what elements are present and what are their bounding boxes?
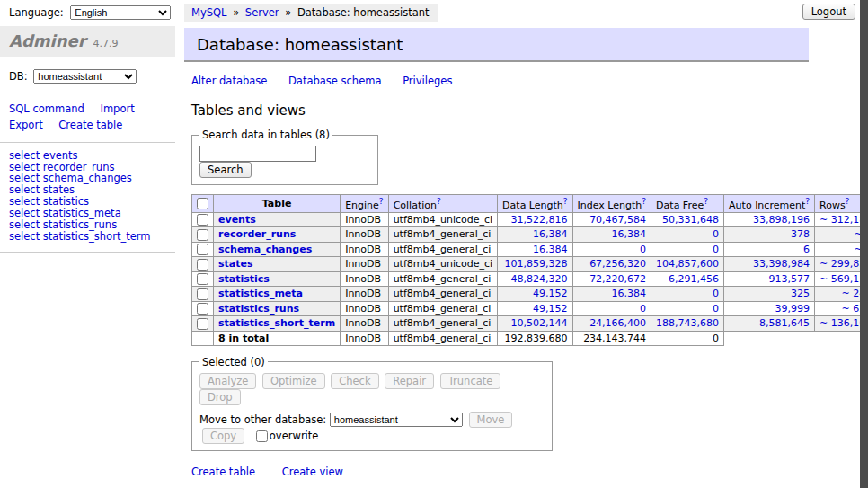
table-name-link[interactable]: statistics_short_term bbox=[218, 317, 335, 329]
data-free-link[interactable]: 0 bbox=[713, 244, 719, 255]
auto-increment-link[interactable]: 6 bbox=[803, 244, 810, 255]
table-name-link[interactable]: statistics bbox=[218, 273, 270, 285]
index-length-link[interactable]: 0 bbox=[640, 244, 646, 255]
select-link[interactable]: select bbox=[9, 161, 40, 173]
import-link[interactable]: Import bbox=[100, 102, 134, 115]
row-checkbox[interactable] bbox=[197, 273, 208, 285]
table-link[interactable]: schema_changes bbox=[43, 172, 132, 184]
create-table-link[interactable]: Create table bbox=[191, 466, 255, 478]
select-link[interactable]: select bbox=[9, 149, 40, 162]
data-length-link[interactable]: 49,152 bbox=[533, 288, 568, 299]
data-free-link[interactable]: 6,291,456 bbox=[669, 273, 719, 285]
data-free-link[interactable]: 0 bbox=[713, 303, 719, 315]
help-link-icon[interactable]: ? bbox=[437, 197, 441, 206]
table-name-link[interactable]: states bbox=[218, 258, 253, 270]
auto-increment-link[interactable]: 33,898,196 bbox=[753, 214, 810, 226]
auto-increment-link[interactable]: 913,577 bbox=[769, 273, 810, 285]
breadcrumb-server-link[interactable]: Server bbox=[245, 6, 279, 19]
row-checkbox[interactable] bbox=[197, 229, 208, 241]
db-select[interactable]: homeassistant bbox=[33, 69, 137, 84]
table-link[interactable]: statistics_short_term bbox=[43, 230, 151, 243]
select-link[interactable]: select bbox=[9, 183, 40, 196]
row-checkbox[interactable] bbox=[197, 259, 208, 271]
export-link[interactable]: Export bbox=[9, 119, 43, 131]
table-name-link[interactable]: statistics_meta bbox=[218, 288, 303, 299]
help-link-icon[interactable]: ? bbox=[805, 197, 810, 206]
repair-button[interactable]: Repair bbox=[385, 373, 434, 389]
select-link[interactable]: select bbox=[9, 172, 40, 184]
search-input[interactable] bbox=[199, 146, 316, 162]
index-length-link[interactable]: 16,384 bbox=[612, 288, 647, 299]
help-link-icon[interactable]: ? bbox=[563, 197, 568, 206]
table-name-link[interactable]: schema_changes bbox=[218, 244, 312, 255]
sql-command-link[interactable]: SQL command bbox=[9, 102, 84, 115]
select-all-checkbox[interactable] bbox=[197, 198, 208, 209]
auto-increment-link[interactable]: 325 bbox=[791, 288, 810, 299]
analyze-button[interactable]: Analyze bbox=[199, 373, 256, 389]
index-length-link[interactable]: 72,220,672 bbox=[589, 273, 646, 285]
table-link[interactable]: recorder_runs bbox=[43, 161, 115, 173]
auto-increment-link[interactable]: 378 bbox=[791, 228, 810, 240]
data-free-link[interactable]: 104,857,600 bbox=[656, 258, 719, 270]
table-link[interactable]: statistics_meta bbox=[43, 207, 121, 219]
data-length-link[interactable]: 48,824,320 bbox=[511, 273, 568, 285]
table-link[interactable]: statistics bbox=[43, 195, 89, 208]
auto-increment-link[interactable]: 8,581,645 bbox=[759, 317, 810, 329]
help-link-icon[interactable]: ? bbox=[704, 197, 708, 206]
index-length-link[interactable]: 70,467,584 bbox=[589, 214, 646, 226]
optimize-button[interactable]: Optimize bbox=[262, 373, 325, 389]
create-view-link[interactable]: Create view bbox=[282, 466, 343, 478]
check-button[interactable]: Check bbox=[331, 373, 378, 389]
table-name-link[interactable]: events bbox=[218, 214, 256, 226]
move-button[interactable]: Move bbox=[469, 412, 513, 428]
move-database-select[interactable]: homeassistant bbox=[330, 413, 463, 427]
copy-button[interactable]: Copy bbox=[202, 428, 244, 444]
select-link[interactable]: select bbox=[9, 230, 40, 243]
data-length-link[interactable]: 10,502,144 bbox=[511, 317, 568, 329]
vertical-scrollbar[interactable] bbox=[860, 0, 868, 488]
logout-button[interactable]: Logout bbox=[802, 4, 855, 20]
index-length-link[interactable]: 16,384 bbox=[612, 228, 647, 240]
table-name-link[interactable]: statistics_runs bbox=[218, 303, 299, 315]
data-free-link[interactable]: 0 bbox=[713, 228, 719, 240]
language-select[interactable]: English bbox=[70, 5, 171, 20]
help-link-icon[interactable]: ? bbox=[846, 197, 850, 206]
table-link[interactable]: statistics_runs bbox=[43, 218, 117, 231]
overwrite-checkbox[interactable] bbox=[256, 430, 268, 442]
data-free-link[interactable]: 188,743,680 bbox=[656, 317, 719, 329]
drop-button[interactable]: Drop bbox=[199, 389, 241, 405]
adminer-logo[interactable]: Adminer bbox=[9, 31, 86, 50]
help-link-icon[interactable]: ? bbox=[642, 197, 646, 206]
breadcrumb-mysql-link[interactable]: MySQL bbox=[191, 6, 227, 19]
auto-increment-link[interactable]: 39,999 bbox=[775, 303, 810, 315]
select-link[interactable]: select bbox=[9, 207, 40, 219]
data-free-link[interactable]: 50,331,648 bbox=[662, 214, 719, 226]
privileges-link[interactable]: Privileges bbox=[403, 75, 452, 87]
row-checkbox[interactable] bbox=[197, 288, 208, 300]
auto-increment-link[interactable]: 33,398,984 bbox=[753, 258, 810, 270]
select-link[interactable]: select bbox=[9, 218, 40, 231]
row-checkbox[interactable] bbox=[197, 318, 208, 330]
data-free-link[interactable]: 0 bbox=[713, 288, 719, 299]
index-length-link[interactable]: 0 bbox=[640, 303, 646, 315]
data-length-link[interactable]: 16,384 bbox=[533, 228, 568, 240]
database-schema-link[interactable]: Database schema bbox=[288, 75, 381, 87]
truncate-button[interactable]: Truncate bbox=[440, 373, 501, 389]
create-table-link-sidebar[interactable]: Create table bbox=[58, 119, 122, 131]
select-link[interactable]: select bbox=[9, 195, 40, 208]
index-length-link[interactable]: 24,166,400 bbox=[589, 317, 646, 329]
table-link[interactable]: events bbox=[43, 149, 78, 162]
data-length-link[interactable]: 31,522,816 bbox=[511, 214, 568, 226]
help-link-icon[interactable]: ? bbox=[379, 197, 384, 206]
data-length-link[interactable]: 49,152 bbox=[533, 303, 568, 315]
data-length-link[interactable]: 101,859,328 bbox=[505, 258, 568, 270]
search-button[interactable]: Search bbox=[199, 162, 252, 178]
row-checkbox[interactable] bbox=[197, 244, 208, 255]
index-length-link[interactable]: 67,256,320 bbox=[589, 258, 646, 270]
table-link[interactable]: states bbox=[43, 183, 75, 196]
data-length-link[interactable]: 16,384 bbox=[533, 244, 568, 255]
row-checkbox[interactable] bbox=[197, 303, 208, 315]
alter-database-link[interactable]: Alter database bbox=[191, 75, 267, 87]
row-checkbox[interactable] bbox=[197, 214, 208, 226]
table-name-link[interactable]: recorder_runs bbox=[218, 228, 296, 240]
